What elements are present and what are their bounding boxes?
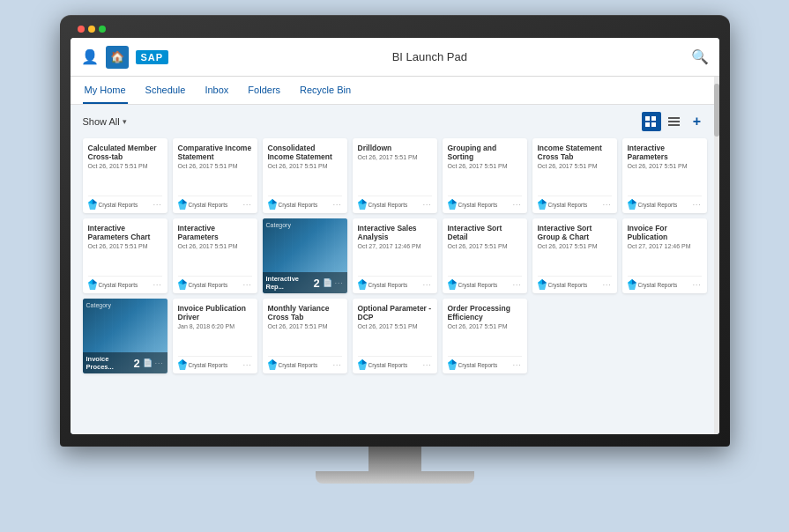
traffic-light-yellow[interactable]: [88, 26, 95, 33]
tile-date: Oct 26, 2017 5:51 PM: [538, 163, 612, 169]
tile-title: Interactive Parameters: [178, 224, 252, 241]
header-left: 👤 🏠 SAP: [81, 46, 169, 69]
tile-type: Crystal Reports: [358, 359, 408, 370]
tile-interactive-params-chart: Interactive Parameters Chart Oct 26, 201…: [83, 218, 167, 293]
tile-more-menu[interactable]: ···: [603, 281, 612, 289]
screen: 👤 🏠 SAP BI Launch Pad 🔍 My Home Schedule…: [71, 38, 719, 434]
tile-more-menu[interactable]: ···: [603, 201, 612, 209]
svg-rect-0: [645, 116, 650, 121]
tile-title: Interactive Parameters: [628, 144, 702, 161]
tile-more-menu[interactable]: ···: [243, 201, 252, 209]
tile-more-menu[interactable]: ···: [513, 201, 522, 209]
svg-rect-3: [651, 122, 656, 127]
show-all-button[interactable]: Show All ▾: [83, 116, 127, 127]
monitor-bezel: [71, 26, 719, 38]
tile-optional-param: Optional Parameter - DCP Oct 26, 2017 5:…: [353, 299, 437, 373]
tile-date: Jan 8, 2018 6:20 PM: [178, 323, 252, 329]
nav-folders[interactable]: Folders: [246, 77, 282, 104]
tile-type: Crystal Reports: [268, 199, 318, 210]
nav-recycle-bin[interactable]: Recycle Bin: [298, 77, 353, 104]
tile-comparative-income: Comparative Income Statement Oct 26, 201…: [173, 138, 257, 213]
tile-footer: Crystal Reports ···: [358, 276, 432, 290]
nav-my-home[interactable]: My Home: [83, 77, 128, 104]
tile-title: Drilldown: [358, 144, 432, 152]
nav-inbox[interactable]: Inbox: [203, 77, 230, 104]
tile-footer: Crystal Reports ···: [268, 196, 342, 210]
tile-footer: Crystal Reports ···: [358, 356, 432, 370]
tile-more-menu[interactable]: ···: [693, 281, 702, 289]
tile-date: Oct 26, 2017 5:51 PM: [178, 163, 252, 169]
user-icon[interactable]: 👤: [81, 48, 99, 66]
tile-type: Crystal Reports: [88, 279, 138, 290]
grid-view-button[interactable]: [642, 112, 661, 131]
add-button[interactable]: +: [688, 112, 707, 131]
tile-date: Oct 26, 2017 5:51 PM: [268, 163, 342, 169]
tile-date: Oct 26, 2017 5:51 PM: [448, 163, 522, 169]
show-all-label: Show All: [83, 116, 120, 127]
tile-footer: Crystal Reports ···: [538, 276, 612, 290]
folder-info: 2 📄 ···: [134, 357, 164, 370]
scrollbar-track: [714, 77, 719, 434]
tile-title: Order Processing Efficiency: [448, 304, 522, 321]
svg-rect-5: [668, 121, 680, 122]
folder-title: Invoice Proces...: [86, 355, 134, 371]
chevron-down-icon: ▾: [123, 117, 127, 126]
app-title: BI Launch Pad: [168, 50, 690, 63]
tile-more-menu[interactable]: ···: [243, 361, 252, 369]
search-icon[interactable]: 🔍: [691, 48, 709, 65]
tile-more-menu[interactable]: ···: [513, 281, 522, 289]
traffic-light-red[interactable]: [78, 26, 85, 33]
tile-date: Oct 26, 2017 5:51 PM: [178, 243, 252, 249]
tile-footer: Crystal Reports ···: [178, 356, 252, 370]
tile-more-menu[interactable]: ···: [153, 281, 162, 289]
tile-footer: Crystal Reports ···: [628, 196, 702, 210]
svg-rect-6: [668, 124, 680, 126]
view-controls: +: [642, 112, 707, 131]
tile-more-menu[interactable]: ···: [423, 361, 432, 369]
tile-calculated-member: Calculated Member Cross-tab Oct 26, 2017…: [83, 138, 167, 213]
crystal-reports-label: Crystal Reports: [99, 202, 138, 208]
folder-category-label: Category: [86, 302, 164, 308]
folder-more[interactable]: ···: [155, 359, 164, 367]
tile-title: Interactive Sales Analysis: [358, 224, 432, 241]
tile-more-menu[interactable]: ···: [513, 361, 522, 369]
tile-more-menu[interactable]: ···: [153, 201, 162, 209]
tile-invoice-publication: Invoice For Publication Oct 27, 2017 12:…: [622, 218, 707, 293]
list-view-button[interactable]: [665, 112, 684, 131]
folder-category-label: Category: [266, 222, 344, 228]
tile-interactive-rep-folder[interactable]: Interactive Rep... 2 📄 ··· Category: [263, 218, 347, 293]
home-button[interactable]: 🏠: [106, 46, 129, 69]
tile-more-menu[interactable]: ···: [693, 201, 702, 209]
tile-consolidated-income: Consolidated Income Statement Oct 26, 20…: [263, 138, 347, 213]
tile-title: Interactive Sort Group & Chart: [538, 224, 612, 241]
tile-type: Crystal Reports: [448, 359, 498, 370]
tile-invoice-publication-driver: Invoice Publication Driver Jan 8, 2018 6…: [173, 299, 257, 373]
traffic-light-green[interactable]: [99, 26, 106, 33]
tile-title: Monthly Variance Cross Tab: [268, 304, 342, 321]
tiles-grid: Calculated Member Cross-tab Oct 26, 2017…: [83, 138, 707, 373]
folder-count: 2: [314, 277, 320, 290]
tile-type: Crystal Reports: [178, 199, 228, 210]
tile-footer: Crystal Reports ···: [88, 196, 162, 210]
tile-title: Income Statement Cross Tab: [538, 144, 612, 161]
tile-more-menu[interactable]: ···: [423, 281, 432, 289]
tile-type: Crystal Reports: [178, 279, 228, 290]
tile-more-menu[interactable]: ···: [333, 201, 342, 209]
monitor-neck: [368, 447, 421, 471]
nav-schedule[interactable]: Schedule: [144, 77, 188, 104]
tile-footer: Crystal Reports ···: [88, 276, 162, 290]
tile-interactive-params-2: Interactive Parameters Oct 26, 2017 5:51…: [173, 218, 257, 293]
tile-interactive-sales: Interactive Sales Analysis Oct 27, 2017 …: [353, 218, 437, 293]
content-toolbar: Show All ▾: [83, 112, 707, 131]
folder-more[interactable]: ···: [335, 279, 344, 287]
tile-footer: Crystal Reports ···: [268, 356, 342, 370]
tile-type: Crystal Reports: [448, 279, 498, 290]
scrollbar-thumb[interactable]: [714, 84, 719, 137]
tile-more-menu[interactable]: ···: [333, 361, 342, 369]
tile-more-menu[interactable]: ···: [243, 281, 252, 289]
tile-date: Oct 27, 2017 12:46 PM: [358, 243, 432, 249]
tile-more-menu[interactable]: ···: [423, 201, 432, 209]
tile-type: Crystal Reports: [538, 279, 588, 290]
traffic-lights: [78, 26, 106, 33]
tile-invoice-proces-folder[interactable]: Invoice Proces... 2 📄 ··· Category: [83, 299, 167, 373]
